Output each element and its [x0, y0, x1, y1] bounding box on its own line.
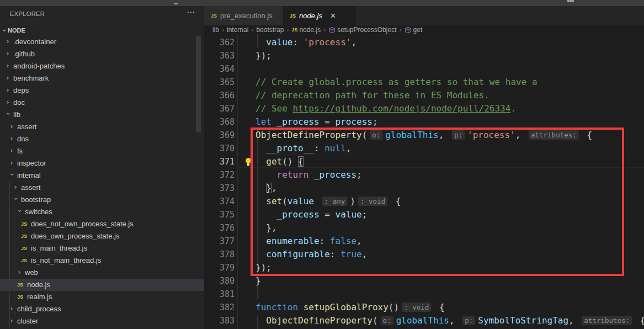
code-token: setupGlobalProxy: [304, 302, 388, 312]
code-token: ,: [439, 130, 449, 140]
chevron-down-icon: [2, 28, 7, 34]
ellipsis-menu-icon[interactable]: ⋯: [187, 7, 195, 17]
tree-item--devcontainer[interactable]: .devcontainer: [0, 36, 204, 48]
tree-section-node[interactable]: NODE: [0, 25, 204, 37]
line-number: 368: [204, 115, 235, 129]
line-content: __proto__: null,: [256, 142, 351, 155]
lightbulb-icon[interactable]: [245, 158, 252, 166]
tree-item-is-main-thread-js[interactable]: JSis_main_thread.js: [0, 242, 204, 254]
tree-item-lib[interactable]: lib: [0, 109, 204, 121]
code-line-379[interactable]: 379});: [204, 261, 644, 274]
line-content: let _process = process;: [256, 115, 378, 129]
tree-item-deps[interactable]: deps: [0, 84, 204, 97]
close-icon[interactable]: ✕: [330, 12, 336, 20]
line-content: },: [256, 221, 277, 235]
tree-item-label: is_not_main_thread.js: [31, 254, 101, 267]
code-token: (: [372, 315, 378, 326]
tree-item-node-js[interactable]: JSnode.js: [0, 279, 204, 291]
code-token: (): [282, 156, 298, 167]
code-token: [298, 302, 304, 312]
code-token: });: [256, 262, 272, 273]
code-line-377[interactable]: 377 enumerable: false,: [204, 235, 644, 248]
code-line-370[interactable]: 370 __proto__: null,: [204, 142, 644, 155]
breadcrumb-item-lib[interactable]: lib: [212, 26, 219, 34]
tree-item-doc[interactable]: doc: [0, 97, 204, 109]
tree-item-label: bootstrap: [21, 194, 51, 206]
code-line-381[interactable]: 381: [204, 288, 644, 301]
code-line-365[interactable]: 365// Create global.process as getters s…: [204, 76, 644, 89]
code-line-382[interactable]: 382function setupGlobalProxy(): void {: [204, 301, 644, 314]
tree-item-internal[interactable]: internal: [0, 169, 204, 182]
code-line-378[interactable]: 378 configurable: true,: [204, 248, 644, 261]
chevron-right-icon: [17, 269, 23, 275]
code-token: ): [350, 196, 355, 206]
code-line-374[interactable]: 374 set(value : any): void {: [204, 195, 644, 208]
tree-item-child-process[interactable]: child_process: [0, 303, 204, 315]
tree-item-does-not-own-process-state-js[interactable]: JSdoes_not_own_process_state.js: [0, 218, 204, 230]
line-number: 374: [204, 195, 235, 208]
chevron-right-icon: ›: [323, 26, 326, 34]
code-token: globalThis: [385, 130, 438, 140]
code-token: });: [256, 50, 272, 61]
js-icon: JS: [17, 281, 23, 289]
tree-item-cluster[interactable]: cluster: [0, 315, 204, 327]
code-line-380[interactable]: 380}: [204, 274, 644, 288]
code-line-373[interactable]: 373 },: [204, 182, 644, 195]
tab-node-js[interactable]: JS node.js ✕: [283, 6, 356, 25]
code-lines: 362 value: 'process',363});364365// Crea…: [204, 36, 644, 327]
tree-item-inspector[interactable]: inspector: [0, 157, 204, 169]
code-line-375[interactable]: 375 _process = value;: [204, 208, 644, 221]
chevron-right-icon: [9, 306, 15, 311]
line-number: 366: [204, 89, 235, 102]
tree-item-bootstrap[interactable]: bootstrap: [0, 194, 204, 206]
breadcrumb-item-get[interactable]: get: [405, 26, 423, 34]
code-editor[interactable]: 362 value: 'process',363});364365// Crea…: [204, 34, 644, 329]
tree-item-android-patches[interactable]: android-patches: [0, 60, 204, 72]
code-token: :: [292, 37, 303, 47]
sidebar-scrollbar[interactable]: [196, 36, 201, 132]
code-token: 'process': [467, 130, 515, 140]
tree-item-is-not-main-thread-js[interactable]: JSis_not_main_thread.js: [0, 254, 204, 267]
code-token: null: [324, 143, 346, 153]
chevron-right-icon: [6, 99, 11, 105]
line-content: },: [256, 182, 277, 195]
code-line-366[interactable]: 366// deprecation path for these in ES M…: [204, 89, 644, 102]
line-number: 363: [204, 49, 235, 62]
inlay-hint: o:: [381, 316, 393, 325]
code-line-364[interactable]: 364: [204, 62, 644, 76]
breadcrumb-item-setupprocessobject[interactable]: setupProcessObject: [328, 26, 396, 34]
code-token: _process: [314, 169, 356, 180]
code-line-369[interactable]: 369ObjectDefineProperty(o:globalThis, p:…: [204, 129, 644, 142]
tree-item-realm-js[interactable]: JSrealm.js: [0, 291, 204, 303]
tree-item-dns[interactable]: dns: [0, 133, 204, 145]
breadcrumb-item-bootstrap[interactable]: bootstrap: [256, 26, 284, 34]
code-token: [256, 236, 266, 246]
chevron-down-icon: [13, 197, 19, 202]
tree-item-switches[interactable]: switches: [0, 206, 204, 218]
code-line-372[interactable]: 372 return _process;: [204, 168, 644, 182]
code-line-362[interactable]: 362 value: 'process',: [204, 36, 644, 49]
tree-item-fs[interactable]: fs: [0, 145, 204, 157]
code-token: [256, 315, 266, 326]
tree-item-assert[interactable]: assert: [0, 121, 204, 133]
code-token: =: [320, 209, 336, 220]
breadcrumb-item-node-js[interactable]: JSnode.js: [291, 26, 321, 34]
code-line-367[interactable]: 367// See https://github.com/nodejs/node…: [204, 102, 644, 115]
code-line-383[interactable]: 383 ObjectDefineProperty(o:globalThis, p…: [204, 314, 644, 327]
tree-item-does-own-process-state-js[interactable]: JSdoes_own_process_state.js: [0, 230, 204, 242]
breadcrumb-item-internal[interactable]: internal: [227, 26, 248, 34]
inlay-hint: : void: [402, 303, 431, 312]
code-line-368[interactable]: 368let _process = process;: [204, 115, 644, 129]
code-line-376[interactable]: 376 },: [204, 221, 644, 235]
tree-item-assert[interactable]: assert: [0, 182, 204, 194]
tab-pre-execution[interactable]: JS pre_execution.js: [204, 6, 283, 25]
code-line-363[interactable]: 363});: [204, 49, 644, 62]
tree-item-benchmark[interactable]: benchmark: [0, 72, 204, 84]
chevron-right-icon: [6, 75, 11, 81]
code-line-371[interactable]: 371 get() {: [204, 155, 644, 168]
tree-item-web[interactable]: web: [0, 267, 204, 279]
tree-item--github[interactable]: .github: [0, 48, 204, 60]
tree-item-label: node.js: [27, 279, 50, 291]
tree-item-label: realm.js: [27, 291, 52, 303]
chevron-right-icon: [9, 318, 15, 323]
